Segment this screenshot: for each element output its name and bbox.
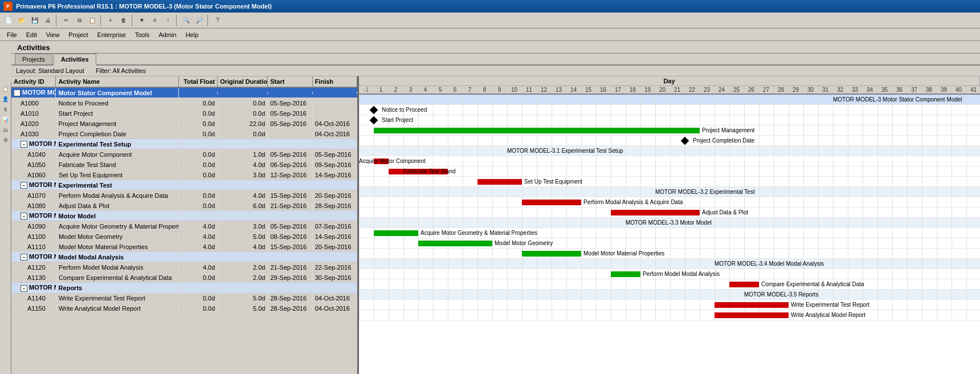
td-start: 06-Sep-2016 [268, 160, 312, 169]
save-btn[interactable]: 💾 [28, 14, 41, 27]
sidebar-wbs-icon[interactable]: 🗂 [1, 125, 10, 135]
gantt-bar[interactable] [374, 230, 418, 236]
th-activity-name[interactable]: Activity Name [56, 76, 178, 87]
expand-icon[interactable]: - [21, 254, 27, 261]
td-id: A1070 [11, 191, 56, 200]
gantt-bar[interactable] [714, 302, 789, 308]
menu-enterprise[interactable]: Enterprise [93, 30, 130, 39]
expand-icon[interactable]: - [21, 182, 27, 189]
gantt-milestone[interactable] [681, 137, 689, 145]
gantt-col-header: 32 [833, 86, 848, 93]
table-row[interactable]: A1120 Perform Model Modal Analysis 4.0d … [11, 262, 357, 273]
menu-project[interactable]: Project [64, 30, 92, 39]
group-btn[interactable]: ≡ [149, 14, 161, 27]
sidebar-resources-icon[interactable]: 👤 [1, 95, 10, 104]
gantt-label: Adjust Data & Plot [702, 209, 748, 216]
table-row[interactable]: A1030 Project Completion Date 0.0d 0.0d … [11, 129, 357, 139]
td-name: Model Motor Material Properties [56, 242, 179, 251]
menu-help[interactable]: Help [181, 30, 203, 39]
td-start: 21-Sep-2016 [268, 201, 312, 210]
add-btn[interactable]: + [104, 14, 117, 27]
table-row[interactable]: A1140 Write Experimental Test Report 0.0… [11, 294, 357, 304]
td-name: Reports [56, 283, 179, 292]
gantt-bar[interactable] [374, 128, 700, 133]
td-finish [313, 143, 357, 145]
expand-icon[interactable]: - [14, 90, 21, 96]
zoom-in-btn[interactable]: 🔍 [180, 14, 193, 27]
new-btn[interactable]: 📄 [2, 14, 15, 27]
sidebar-left: 📋 👤 $ 📊 🗂 ⚙ [0, 82, 11, 374]
table-row[interactable]: A1130 Compare Experimental & Analytical … [11, 273, 357, 283]
expand-icon[interactable]: - [21, 285, 27, 292]
td-id: A1100 [11, 232, 56, 241]
gantt-bar[interactable] [611, 210, 700, 216]
th-orig-duration[interactable]: Original Duration [218, 76, 268, 87]
table-row[interactable]: A1110 Model Motor Material Properties 4.… [11, 242, 357, 252]
table-row[interactable]: A1050 Fabricate Test Stand 0.0d 4.0d 06-… [11, 160, 357, 170]
table-row[interactable]: -MOTOR MODEL-3.5 Reports [11, 283, 357, 293]
delete-btn[interactable]: 🗑 [117, 14, 130, 27]
table-row[interactable]: -MOTOR MODEL-3.3 Motor Model [11, 211, 357, 221]
title-text: Primavera P6 Professional R15.1 : MOTOR … [16, 3, 272, 10]
gantt-bar[interactable] [522, 251, 581, 257]
gantt-col-header: 11 [522, 86, 537, 93]
table-row[interactable]: -MOTOR MODEL-3.2 Experimental Test [11, 180, 357, 190]
help-btn[interactable]: ? [211, 14, 224, 27]
gantt-bar[interactable] [611, 271, 640, 277]
print-btn[interactable]: 🖨 [42, 14, 54, 27]
menu-admin[interactable]: Admin [154, 30, 181, 39]
paste-btn[interactable]: 📋 [86, 14, 99, 27]
menu-tools[interactable]: Tools [130, 30, 154, 39]
expand-icon[interactable]: - [21, 141, 27, 148]
th-finish[interactable]: Finish [313, 76, 357, 87]
cut-btn[interactable]: ✂ [60, 14, 72, 27]
sidebar-reports-icon[interactable]: 📊 [1, 115, 10, 124]
gantt-label: Notice to Proceed [382, 107, 427, 113]
copy-btn[interactable]: ⧉ [73, 14, 85, 27]
gantt-bar[interactable] [714, 312, 789, 318]
gantt-bar[interactable] [418, 241, 492, 246]
gantt-col-header: 24 [714, 86, 729, 93]
td-name: Model Modal Analysis [56, 253, 179, 262]
table-row[interactable]: A1010 Start Project 0.0d 0.0d 05-Sep-201… [11, 108, 357, 119]
th-total-float[interactable]: Total Float [179, 76, 218, 87]
gantt-col-header: 8 [477, 86, 492, 93]
sep1 [56, 15, 58, 26]
table-row[interactable]: A1100 Model Motor Geometry 4.0d 5.0d 08-… [11, 231, 357, 242]
filter-btn[interactable]: ▼ [136, 14, 148, 27]
table-row[interactable]: A1020 Project Management 0.0d 22.0d 05-S… [11, 119, 357, 129]
menu-view[interactable]: View [42, 30, 64, 39]
gantt-row: Model Motor Material Properties [359, 249, 980, 259]
zoom-out-btn[interactable]: 🔎 [193, 14, 206, 27]
menu-edit[interactable]: Edit [22, 30, 42, 39]
tab-projects[interactable]: Projects [15, 54, 52, 64]
table-row[interactable]: -MOTOR MODEL-3 Motor Stator Component Mo… [11, 88, 357, 98]
gantt-bar[interactable] [522, 200, 581, 205]
th-activity-id[interactable]: Activity ID [11, 76, 56, 87]
table-row[interactable]: A1080 Adjust Data & Plot 0.0d 6.0d 21-Se… [11, 201, 357, 211]
sort-btn[interactable]: ↕ [162, 14, 174, 27]
gantt-milestone[interactable] [370, 106, 378, 114]
expand-icon[interactable]: - [21, 213, 27, 219]
gantt-bar[interactable] [477, 179, 522, 185]
table-row[interactable]: A1060 Set Up Test Equipment 0.0d 3.0d 12… [11, 170, 357, 180]
table-row[interactable]: -MOTOR MODEL-3.4 Model Modal Analysis [11, 252, 357, 262]
gantt-milestone[interactable] [370, 116, 378, 124]
table-row[interactable]: A1150 Write Analytical Model Report 0.0d… [11, 304, 357, 314]
sidebar-settings-icon[interactable]: ⚙ [1, 136, 10, 145]
table-row[interactable]: A1090 Acquire Motor Geometry & Material … [11, 221, 357, 231]
td-name: Perform Model Modal Analysis [56, 263, 179, 272]
table-row[interactable]: -MOTOR MODEL-3.1 Experimental Test Setup [11, 139, 357, 149]
th-start[interactable]: Start [268, 76, 312, 87]
gantt-bar[interactable] [729, 282, 759, 287]
sidebar-costs-icon[interactable]: $ [1, 105, 10, 114]
table-row[interactable]: A1040 Acquire Motor Component 0.0d 1.0d … [11, 149, 357, 160]
table-row[interactable]: A1070 Perform Modal Analysis & Acquire D… [11, 190, 357, 201]
gantt-col-header: 18 [626, 86, 640, 93]
table-row[interactable]: A1000 Notice to Proceed 0.0d 0.0d 05-Sep… [11, 98, 357, 108]
td-name: Perform Modal Analysis & Acquire Data [56, 191, 179, 200]
sidebar-activities-icon[interactable]: 📋 [1, 84, 10, 93]
open-btn[interactable]: 📂 [15, 14, 28, 27]
menu-file[interactable]: File [2, 30, 22, 39]
tab-activities[interactable]: Activities [54, 54, 96, 66]
